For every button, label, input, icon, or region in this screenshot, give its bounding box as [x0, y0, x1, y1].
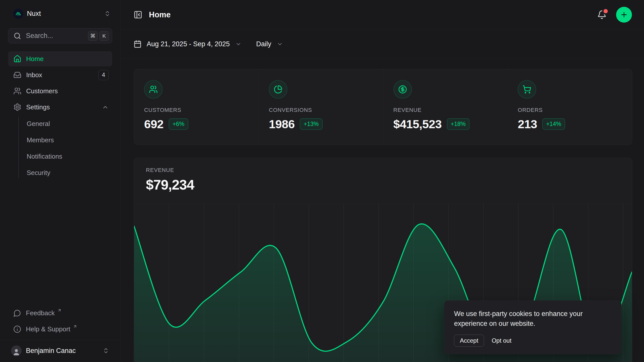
sidebar-item-notifications[interactable]: Notifications — [8, 148, 112, 165]
sidebar-nav: Home Inbox 4 Customers Settings — [8, 51, 112, 181]
revenue-chart-label: REVENUE — [146, 167, 620, 173]
avatar — [11, 345, 22, 356]
info-circle-icon — [13, 325, 21, 333]
stat-delta-badge: +6% — [169, 118, 188, 130]
stats-cards: CUSTOMERS 692 +6% CONVERSIONS 1986 +13% — [134, 69, 632, 145]
sidebar-item-general[interactable]: General — [8, 116, 112, 132]
opt-out-button[interactable]: Opt out — [491, 335, 512, 346]
secondary-link-label: Feedback — [26, 309, 55, 317]
sidebar-item-customers[interactable]: Customers — [8, 83, 112, 99]
stat-value: 213 — [518, 117, 537, 131]
external-link-icon — [57, 308, 62, 312]
inbox-icon — [13, 71, 21, 79]
chevrons-up-down-icon — [103, 347, 109, 354]
calendar-icon — [134, 40, 142, 48]
revenue-chart-value: $79,234 — [146, 177, 620, 193]
stat-card-customers[interactable]: CUSTOMERS 692 +6% — [134, 69, 259, 145]
stat-label: REVENUE — [393, 107, 498, 113]
users-icon — [13, 87, 21, 95]
unread-dot — [603, 9, 608, 13]
page-header: Home — [120, 0, 644, 30]
pie-chart-icon — [269, 80, 287, 99]
user-name: Benjamin Canac — [26, 347, 76, 355]
sidebar-item-label: Customers — [26, 87, 58, 95]
settings-subnav: General Members Notifications Security — [8, 116, 112, 181]
stat-label: CONVERSIONS — [269, 107, 373, 113]
add-button[interactable] — [616, 7, 632, 23]
cookie-actions: Accept Opt out — [454, 335, 611, 347]
cookie-banner: We use first-party cookies to enhance yo… — [444, 300, 621, 354]
gear-icon — [13, 103, 21, 111]
accept-button[interactable]: Accept — [454, 335, 484, 347]
date-range-label: Aug 21, 2025 - Sep 4, 2025 — [147, 40, 230, 48]
sidebar-item-label: Inbox — [26, 71, 42, 79]
sidebar-item-settings[interactable]: Settings — [8, 100, 112, 115]
message-bubble-icon — [13, 309, 21, 317]
stat-delta-badge: +14% — [542, 118, 565, 130]
inbox-count-badge: 4 — [98, 70, 109, 80]
sidebar-secondary-nav: Feedback Help & Support — [8, 305, 112, 337]
granularity-label: Daily — [256, 40, 271, 48]
search-input[interactable]: Search... ⌘ K — [8, 28, 112, 43]
secondary-link-label: Help & Support — [26, 325, 70, 333]
users-icon — [144, 80, 163, 99]
cookie-message: We use first-party cookies to enhance yo… — [454, 309, 611, 329]
revenue-chart-header: REVENUE $79,234 — [134, 158, 632, 203]
granularity-select[interactable]: Daily — [256, 40, 283, 48]
sidebar-spacer — [8, 181, 112, 305]
chevron-down-icon — [235, 41, 242, 47]
chevrons-up-down-icon — [104, 10, 111, 17]
stat-value: 692 — [144, 117, 164, 131]
header-actions — [597, 7, 632, 23]
page-title: Home — [149, 10, 171, 19]
team-switcher[interactable]: Nuxt — [8, 7, 112, 21]
circle-dollar-icon — [393, 80, 412, 99]
notifications-button[interactable] — [597, 10, 607, 19]
stat-card-orders[interactable]: ORDERS 213 +14% — [507, 69, 632, 145]
sidebar-item-security[interactable]: Security — [8, 165, 112, 181]
search-icon — [14, 32, 21, 40]
sidebar-item-inbox[interactable]: Inbox 4 — [8, 67, 112, 82]
stat-delta-badge: +18% — [447, 118, 469, 130]
stat-value: $415,523 — [393, 117, 442, 131]
search-placeholder: Search... — [26, 32, 53, 40]
sidebar: Nuxt Search... ⌘ K Home — [0, 0, 120, 362]
plus-icon — [620, 11, 628, 19]
chevron-down-icon — [277, 41, 283, 47]
team-name: Nuxt — [27, 10, 41, 18]
feedback-link[interactable]: Feedback — [8, 305, 112, 321]
stat-label: CUSTOMERS — [144, 107, 249, 113]
home-icon — [13, 55, 21, 63]
subnav-guide-line — [18, 117, 19, 178]
stat-card-conversions[interactable]: CONVERSIONS 1986 +13% — [259, 69, 383, 145]
kbd-k: K — [99, 31, 109, 41]
user-menu[interactable]: Benjamin Canac — [8, 340, 112, 358]
external-link-icon — [73, 324, 77, 329]
stat-label: ORDERS — [518, 107, 622, 113]
help-support-link[interactable]: Help & Support — [8, 321, 112, 337]
search-kbd-group: ⌘ K — [88, 31, 109, 41]
stat-delta-badge: +13% — [300, 118, 322, 130]
sidebar-item-label: Home — [26, 55, 44, 63]
sidebar-collapse-icon[interactable] — [134, 10, 142, 19]
nuxt-logo-icon — [13, 9, 23, 19]
kbd-meta: ⌘ — [88, 31, 98, 41]
stat-card-revenue[interactable]: REVENUE $415,523 +18% — [383, 69, 508, 145]
stat-value: 1986 — [269, 117, 295, 131]
sidebar-item-home[interactable]: Home — [8, 51, 112, 66]
sidebar-item-members[interactable]: Members — [8, 132, 112, 148]
date-range-picker[interactable]: Aug 21, 2025 - Sep 4, 2025 — [134, 40, 242, 48]
shopping-cart-icon — [518, 80, 536, 99]
filters-toolbar: Aug 21, 2025 - Sep 4, 2025 Daily — [120, 30, 644, 59]
chevron-up-icon — [102, 104, 109, 111]
sidebar-item-label: Settings — [26, 103, 50, 111]
